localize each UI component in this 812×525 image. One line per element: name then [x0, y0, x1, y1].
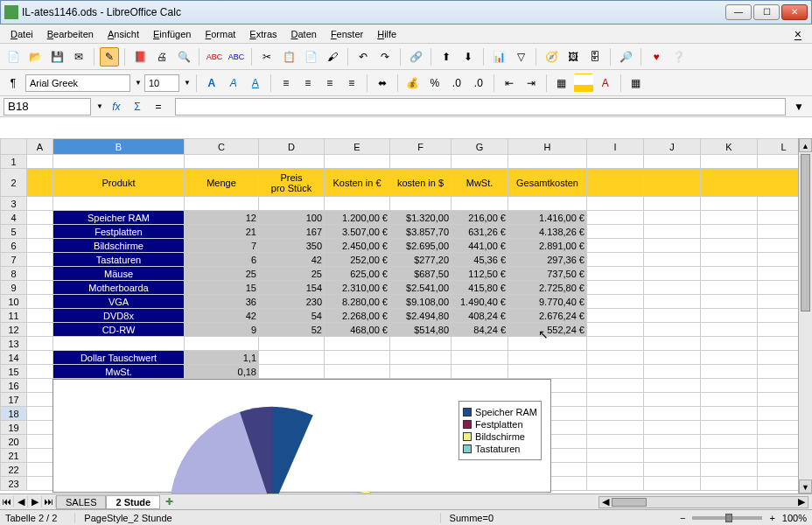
zoom-icon[interactable]: 🔎: [616, 47, 635, 66]
grid-lines-icon[interactable]: ▦: [626, 74, 646, 93]
cell-A1[interactable]: [27, 155, 53, 169]
bold-icon[interactable]: A: [202, 74, 221, 93]
cell-D9[interactable]: 154: [259, 281, 325, 295]
cell-K17[interactable]: [701, 393, 758, 407]
cell-J22[interactable]: [644, 463, 701, 477]
tab-last-icon[interactable]: ⏭: [42, 496, 56, 508]
cell-F4[interactable]: $1.320,00: [390, 211, 452, 225]
row-header-7[interactable]: 7: [1, 253, 27, 267]
scroll-thumb[interactable]: [801, 154, 810, 312]
row-header-19[interactable]: 19: [1, 421, 27, 435]
cell-A9[interactable]: [27, 281, 53, 295]
cell-F2[interactable]: kosten in $: [390, 169, 452, 197]
cell-D3[interactable]: [259, 197, 325, 211]
cell-G8[interactable]: 112,50 €: [452, 267, 508, 281]
cell-B6[interactable]: Bildschirme: [53, 239, 185, 253]
cell-A11[interactable]: [27, 309, 53, 323]
chart-icon[interactable]: 📊: [489, 47, 508, 66]
autospell-icon[interactable]: ABC: [227, 47, 246, 66]
cell-H2[interactable]: Gesamtkosten: [508, 169, 587, 197]
row-header-22[interactable]: 22: [1, 463, 27, 477]
cell-B12[interactable]: CD-RW: [53, 323, 185, 337]
row-header-20[interactable]: 20: [1, 435, 27, 449]
horizontal-scrollbar[interactable]: ◀ ▶: [598, 496, 808, 508]
cell-F8[interactable]: $687,50: [390, 267, 452, 281]
row-header-2[interactable]: 2: [1, 169, 27, 197]
cell-E13[interactable]: [325, 337, 390, 351]
menu-format[interactable]: Format: [198, 27, 242, 41]
tab-first-icon[interactable]: ⏮: [0, 496, 14, 508]
format-paint-icon[interactable]: 🖌: [323, 47, 342, 66]
cell-I3[interactable]: [587, 197, 644, 211]
cell-J2[interactable]: [644, 169, 701, 197]
sort-asc-icon[interactable]: ⬆: [437, 47, 456, 66]
cell-I5[interactable]: [587, 225, 644, 239]
percent-icon[interactable]: %: [425, 74, 444, 93]
cell-E1[interactable]: [325, 155, 390, 169]
cell-C15[interactable]: 0,18: [185, 365, 259, 379]
cell-K1[interactable]: [701, 155, 758, 169]
cell-D10[interactable]: 230: [259, 295, 325, 309]
cell-C3[interactable]: [185, 197, 259, 211]
edit-icon[interactable]: ✎: [100, 47, 119, 66]
cell-J1[interactable]: [644, 155, 701, 169]
cell-A23[interactable]: [27, 477, 53, 491]
print-icon[interactable]: 🖨: [152, 47, 172, 66]
equals-icon[interactable]: =: [149, 97, 168, 116]
function-wizard-icon[interactable]: fx: [107, 97, 126, 116]
cell-H8[interactable]: 737,50 €: [508, 267, 587, 281]
cell-G9[interactable]: 415,80 €: [452, 281, 508, 295]
cell-J20[interactable]: [644, 435, 701, 449]
cell-G15[interactable]: [452, 365, 508, 379]
cell-G10[interactable]: 1.490,40 €: [452, 295, 508, 309]
cell-K2[interactable]: [701, 169, 758, 197]
tab-next-icon[interactable]: ▶: [28, 496, 42, 508]
paste-icon[interactable]: 📄: [301, 47, 320, 66]
cell-C9[interactable]: 15: [185, 281, 259, 295]
row-header-12[interactable]: 12: [1, 323, 27, 337]
menu-bearbeiten[interactable]: Bearbeiten: [40, 27, 101, 41]
cell-E11[interactable]: 2.268,00 €: [325, 309, 390, 323]
cell-I20[interactable]: [587, 435, 644, 449]
cell-F14[interactable]: [390, 351, 452, 365]
cell-C14[interactable]: 1,1: [185, 351, 259, 365]
fontcolor-icon[interactable]: A: [596, 74, 615, 93]
undo-icon[interactable]: ↶: [354, 47, 373, 66]
row-header-18[interactable]: 18: [1, 407, 27, 421]
cell-I11[interactable]: [587, 309, 644, 323]
cell-I14[interactable]: [587, 351, 644, 365]
cell-H9[interactable]: 2.725,80 €: [508, 281, 587, 295]
cell-I23[interactable]: [587, 477, 644, 491]
cell-I13[interactable]: [587, 337, 644, 351]
cell-A22[interactable]: [27, 463, 53, 477]
whatsthis-icon[interactable]: ❔: [668, 47, 688, 66]
cell-F10[interactable]: $9.108,00: [390, 295, 452, 309]
cell-E5[interactable]: 3.507,00 €: [325, 225, 390, 239]
pdf-icon[interactable]: 📕: [130, 47, 150, 66]
col-header-A[interactable]: A: [27, 139, 53, 155]
cell-I21[interactable]: [587, 449, 644, 463]
cell-F6[interactable]: $2.695,00: [390, 239, 452, 253]
minimize-button[interactable]: —: [725, 4, 752, 20]
cell-B10[interactable]: VGA: [53, 295, 185, 309]
decimal-remove-icon[interactable]: .0: [469, 74, 488, 93]
cell-H7[interactable]: 297,36 €: [508, 253, 587, 267]
cell-K23[interactable]: [701, 477, 758, 491]
cell-A15[interactable]: [27, 365, 53, 379]
cell-K11[interactable]: [701, 309, 758, 323]
zoom-out-icon[interactable]: −: [680, 513, 685, 523]
cell-B9[interactable]: Motherboarda: [53, 281, 185, 295]
tab-prev-icon[interactable]: ◀: [14, 496, 28, 508]
cell-H15[interactable]: [508, 365, 587, 379]
sort-desc-icon[interactable]: ⬇: [458, 47, 478, 66]
cell-E9[interactable]: 2.310,00 €: [325, 281, 390, 295]
cell-K15[interactable]: [701, 365, 758, 379]
cell-J13[interactable]: [644, 337, 701, 351]
cell-K13[interactable]: [701, 337, 758, 351]
doc-close-icon[interactable]: ×: [788, 27, 808, 41]
cell-B11[interactable]: DVD8x: [53, 309, 185, 323]
cell-I7[interactable]: [587, 253, 644, 267]
vertical-scrollbar[interactable]: ▲ ▼: [798, 138, 812, 494]
decimal-add-icon[interactable]: .0: [447, 74, 466, 93]
formula-input[interactable]: [175, 98, 786, 116]
